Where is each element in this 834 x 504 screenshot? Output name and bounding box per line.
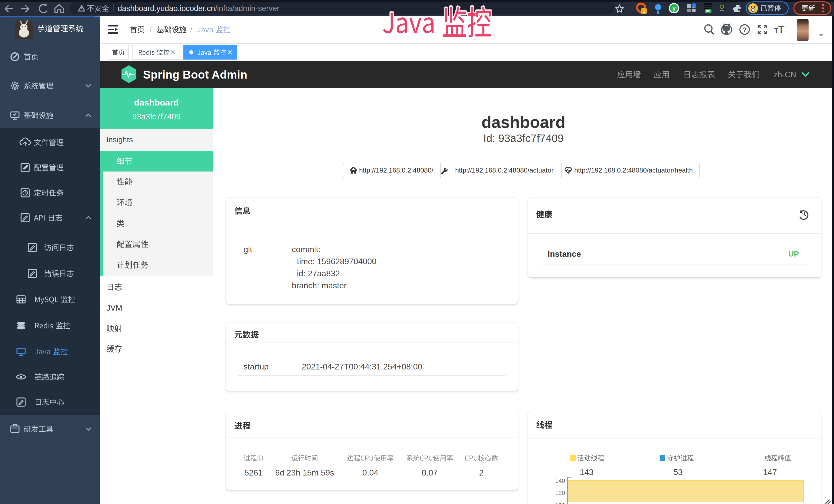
svg-text:git: git xyxy=(243,245,252,254)
svg-text:6d 23h 15m 59s: 6d 23h 15m 59s xyxy=(275,468,334,477)
svg-text:Id: 93a3fc7f7409: Id: 93a3fc7f7409 xyxy=(483,132,564,144)
svg-text:Spring Boot Admin: Spring Boot Admin xyxy=(143,68,247,81)
svg-text:dashboard: dashboard xyxy=(134,97,179,107)
svg-text:93a3fc7f7409: 93a3fc7f7409 xyxy=(132,112,180,121)
svg-text:T: T xyxy=(778,24,785,35)
svg-text:time: 1596289704000: time: 1596289704000 xyxy=(297,257,376,266)
svg-text:120: 120 xyxy=(555,489,565,496)
svg-text:1: 1 xyxy=(643,9,645,14)
svg-text:JVM: JVM xyxy=(106,303,122,313)
svg-text:100: 100 xyxy=(555,502,565,504)
svg-text:http://192.168.0.2:48080/: http://192.168.0.2:48080/ xyxy=(359,166,434,174)
svg-text:zh-CN: zh-CN xyxy=(774,70,796,79)
svg-text:http://192.168.0.2:48080/actua: http://192.168.0.2:48080/actuator/health xyxy=(574,166,693,174)
svg-text:147: 147 xyxy=(763,467,777,477)
svg-text:y: y xyxy=(673,5,676,12)
svg-text:branch: master: branch: master xyxy=(292,281,347,290)
svg-text:UP: UP xyxy=(788,250,799,258)
svg-text:2: 2 xyxy=(479,468,484,477)
svg-text:dashboard.yudao.iocoder.cn/inf: dashboard.yudao.iocoder.cn/infra/admin-s… xyxy=(118,4,280,13)
svg-text:Instance: Instance xyxy=(548,249,581,258)
svg-text:startup: startup xyxy=(243,362,269,371)
svg-text:143: 143 xyxy=(580,467,593,477)
svg-text:0.04: 0.04 xyxy=(363,468,378,477)
svg-text:on: on xyxy=(706,9,710,13)
svg-text:http://192.168.0.2:48080/actua: http://192.168.0.2:48080/actuator xyxy=(455,166,553,174)
svg-text:T: T xyxy=(774,26,778,35)
svg-text:Insights: Insights xyxy=(106,135,133,144)
svg-text:/: / xyxy=(190,25,192,33)
svg-text:53: 53 xyxy=(674,467,683,477)
svg-text:5261: 5261 xyxy=(244,468,263,477)
svg-text:140: 140 xyxy=(555,478,565,484)
svg-text:0.07: 0.07 xyxy=(422,468,438,477)
svg-text:commit:: commit: xyxy=(292,245,321,254)
svg-text:/: / xyxy=(150,25,152,33)
svg-text:?: ? xyxy=(743,26,747,33)
svg-text:dashboard: dashboard xyxy=(481,113,565,132)
svg-text:id: 27aa832: id: 27aa832 xyxy=(297,269,340,278)
svg-text:2021-04-27T00:44:31.254+08:00: 2021-04-27T00:44:31.254+08:00 xyxy=(302,362,422,371)
